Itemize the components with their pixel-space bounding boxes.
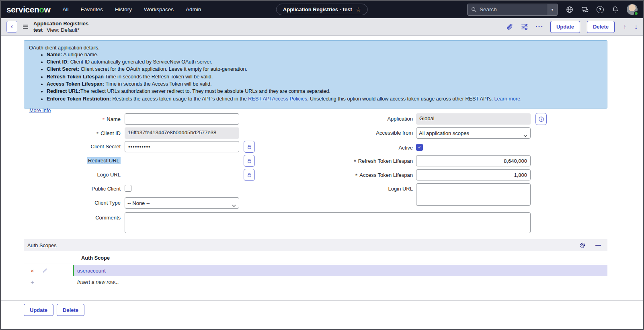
search-scope-dropdown[interactable]: ▾ bbox=[547, 4, 558, 16]
brand-text: servicen bbox=[6, 5, 39, 14]
form-context-menu-icon[interactable] bbox=[23, 24, 29, 29]
back-button[interactable]: ‹ bbox=[6, 21, 17, 33]
insert-new-row[interactable]: + Insert a new row... bbox=[24, 276, 607, 287]
required-asterisk-icon: * bbox=[96, 131, 98, 137]
comments-textarea[interactable] bbox=[125, 212, 531, 233]
caret-down-icon: ▾ bbox=[551, 7, 553, 12]
delete-button-footer[interactable]: Delete bbox=[57, 304, 84, 316]
client-id-readonly-field: 16ffa37fe413447e8b0ddd5bd2577e38 bbox=[125, 127, 239, 139]
info-bullet-enforce: Enforce Token Restriction: Restricts the… bbox=[47, 96, 602, 102]
nav-right-cluster: ▾ ? bbox=[467, 4, 638, 16]
nav-item-favorites[interactable]: Favorites bbox=[80, 6, 103, 12]
previous-record-arrow-icon[interactable]: ↑ bbox=[623, 23, 626, 31]
view-label[interactable]: View: Default* bbox=[47, 27, 79, 33]
auth-scope-table-header: Auth Scope bbox=[24, 253, 607, 264]
client-type-select[interactable]: -- None -- bbox=[125, 197, 239, 209]
info-intro: OAuth client application details. bbox=[29, 45, 602, 51]
nav-item-workspaces[interactable]: Workspaces bbox=[144, 6, 174, 12]
client-type-label: Client Type bbox=[24, 200, 121, 206]
auth-scope-cell: useraccount bbox=[73, 265, 607, 276]
auth-scopes-section-header: Auth Scopes — bbox=[24, 239, 607, 251]
search-icon bbox=[471, 7, 477, 12]
more-options-icon[interactable]: ··· bbox=[535, 25, 544, 28]
update-button-footer[interactable]: Update bbox=[24, 304, 53, 316]
collapse-section-minus-icon[interactable]: — bbox=[595, 242, 601, 248]
accessible-from-select[interactable]: All application scopes bbox=[416, 127, 531, 139]
nav-item-history[interactable]: History bbox=[115, 6, 132, 12]
search-input[interactable] bbox=[480, 6, 547, 12]
context-pill-label: Application Registries - test bbox=[283, 6, 352, 12]
info-bullet: Redirect URL:The rediect URLs authorizat… bbox=[47, 88, 602, 95]
info-bullet: Client ID: Client ID automatically gener… bbox=[47, 59, 602, 66]
chevron-left-icon: ‹ bbox=[11, 23, 13, 30]
info-bullet: Refresh Token Lifespan Time in seconds t… bbox=[47, 74, 602, 80]
nav-item-all[interactable]: All bbox=[62, 6, 68, 12]
info-bullet: Name: A unique name. bbox=[47, 52, 602, 58]
login-url-label: Login URL bbox=[316, 186, 413, 192]
auth-scope-column-header[interactable]: Auth Scope bbox=[81, 255, 110, 261]
refresh-token-lifespan-input[interactable] bbox=[416, 155, 531, 166]
public-client-checkbox[interactable]: ✓ bbox=[125, 185, 131, 192]
insert-row-label: Insert a new row... bbox=[73, 279, 119, 285]
global-search: ▾ bbox=[467, 4, 558, 16]
access-token-lifespan-label: *Access Token Lifespan bbox=[316, 172, 413, 178]
form-header-actions: ··· Update Delete ↑ ↓ bbox=[506, 21, 638, 33]
info-bullet: Access Token Lifespan: Time in seconds t… bbox=[47, 81, 602, 88]
notifications-bell-icon[interactable] bbox=[611, 6, 619, 13]
record-name: test bbox=[33, 27, 43, 33]
client-id-label: *Client ID bbox=[24, 130, 121, 136]
plus-icon[interactable]: + bbox=[24, 279, 73, 285]
learn-more-link[interactable]: Learn more. bbox=[494, 96, 522, 102]
more-info-link[interactable]: More Info bbox=[29, 108, 51, 113]
context-pill[interactable]: Application Registries - test ☆ bbox=[276, 4, 368, 15]
delete-row-x-icon[interactable]: × bbox=[31, 268, 34, 274]
form-title-block: Application Registries testView: Default… bbox=[33, 20, 88, 33]
info-bullet: Client Secret: Client secret for the OAu… bbox=[47, 66, 602, 73]
name-label: *Name bbox=[24, 116, 121, 122]
nav-item-admin[interactable]: Admin bbox=[186, 6, 201, 12]
list-settings-gear-icon[interactable] bbox=[579, 242, 586, 248]
brand-text-end: w bbox=[44, 5, 51, 14]
nav-menu: All Favorites History Workspaces Admin bbox=[62, 6, 201, 12]
client-secret-lock-icon[interactable] bbox=[244, 141, 255, 153]
redirect-url-lock-icon[interactable] bbox=[244, 155, 255, 167]
required-asterisk-icon: * bbox=[103, 117, 105, 123]
client-secret-label: Client Secret bbox=[24, 143, 121, 150]
user-avatar[interactable] bbox=[627, 4, 638, 15]
servicenow-logo[interactable]: servicenow bbox=[6, 5, 50, 14]
auth-scope-link[interactable]: useraccount bbox=[77, 268, 106, 274]
help-glyph: ? bbox=[599, 7, 601, 12]
required-asterisk-icon: * bbox=[354, 158, 356, 165]
update-button-header[interactable]: Update bbox=[550, 21, 580, 33]
edit-row-pencil-icon[interactable] bbox=[42, 268, 48, 273]
attachment-paperclip-icon[interactable] bbox=[506, 23, 514, 31]
next-record-arrow-icon[interactable]: ↓ bbox=[634, 23, 638, 31]
help-icon[interactable]: ? bbox=[596, 6, 604, 13]
favorite-star-icon[interactable]: ☆ bbox=[356, 6, 361, 12]
logo-url-lock-icon[interactable] bbox=[244, 169, 255, 181]
footer-divider bbox=[1, 300, 643, 301]
access-token-lifespan-input[interactable] bbox=[416, 169, 531, 180]
servicenow-window: servicenow All Favorites History Workspa… bbox=[0, 0, 644, 330]
client-secret-input[interactable] bbox=[125, 141, 239, 152]
application-readonly-field: Global bbox=[416, 113, 531, 125]
active-checkbox[interactable]: ✓ bbox=[416, 144, 423, 151]
delete-button-header[interactable]: Delete bbox=[587, 21, 615, 33]
accessible-from-label: Accessible from bbox=[316, 130, 413, 136]
chat-icon[interactable] bbox=[581, 6, 589, 13]
active-label: Active bbox=[316, 145, 413, 151]
personalize-form-icon[interactable] bbox=[521, 23, 529, 31]
page-title: Application Registries bbox=[33, 20, 88, 27]
info-bullet-list: Name: A unique name. Client ID: Client I… bbox=[47, 52, 602, 102]
rest-api-access-policies-link[interactable]: REST API Access Policies bbox=[248, 96, 307, 102]
application-info-icon[interactable] bbox=[535, 113, 547, 125]
auth-scopes-title: Auth Scopes bbox=[27, 242, 57, 248]
top-nav: servicenow All Favorites History Workspa… bbox=[1, 1, 643, 18]
globe-icon[interactable] bbox=[566, 6, 573, 13]
form-body: OAuth client application details. Name: … bbox=[1, 36, 643, 329]
client-type-field: -- None -- bbox=[125, 197, 239, 209]
name-input[interactable] bbox=[125, 113, 239, 125]
table-row: × useraccount bbox=[24, 265, 607, 276]
row-actions: × bbox=[24, 265, 73, 276]
login-url-textarea[interactable] bbox=[416, 183, 531, 206]
